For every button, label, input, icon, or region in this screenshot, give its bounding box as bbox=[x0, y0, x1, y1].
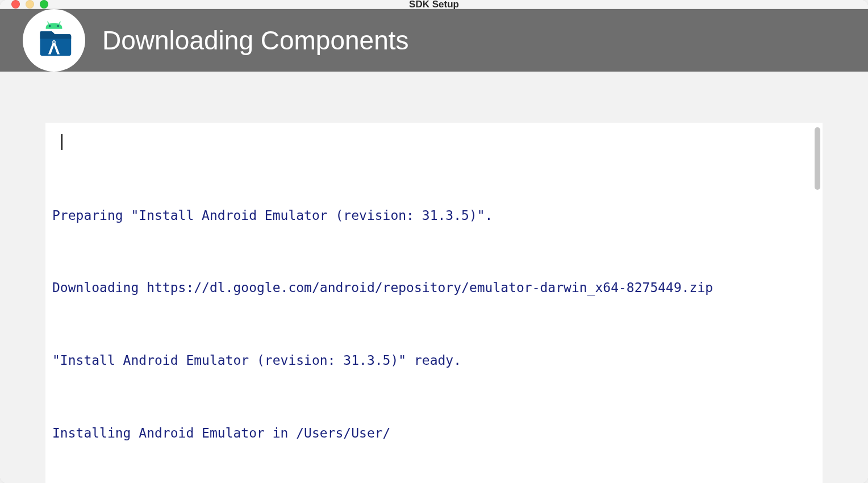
log-line: Preparing "Install Android Emulator (rev… bbox=[52, 203, 816, 228]
log-output[interactable]: Preparing "Install Android Emulator (rev… bbox=[45, 123, 823, 483]
traffic-lights bbox=[11, 0, 48, 9]
scrollbar-thumb[interactable] bbox=[815, 127, 820, 190]
svg-point-5 bbox=[53, 41, 55, 43]
page-title: Downloading Components bbox=[102, 25, 409, 56]
svg-line-3 bbox=[59, 22, 61, 24]
android-studio-logo bbox=[23, 9, 85, 72]
zoom-icon[interactable] bbox=[40, 0, 48, 9]
svg-point-1 bbox=[57, 25, 59, 27]
svg-point-0 bbox=[49, 25, 51, 27]
log-text: Preparing "Install Android Emulator (rev… bbox=[45, 123, 823, 483]
text-cursor bbox=[61, 134, 62, 150]
log-line: "Install Android Emulator (revision: 31.… bbox=[52, 348, 816, 373]
log-line: Downloading https://dl.google.com/androi… bbox=[52, 276, 816, 300]
log-line: Installing Android Emulator in /Users/Us… bbox=[52, 421, 816, 445]
svg-line-2 bbox=[47, 22, 49, 24]
content-area: Preparing "Install Android Emulator (rev… bbox=[0, 72, 868, 483]
wizard-header: Downloading Components bbox=[0, 9, 868, 72]
android-studio-icon bbox=[34, 20, 74, 61]
window-title: SDK Setup bbox=[409, 0, 459, 10]
titlebar: SDK Setup bbox=[0, 0, 868, 9]
minimize-icon bbox=[26, 0, 34, 9]
sdk-setup-window: SDK Setup Downloading Components bbox=[0, 0, 868, 483]
close-icon[interactable] bbox=[11, 0, 20, 9]
